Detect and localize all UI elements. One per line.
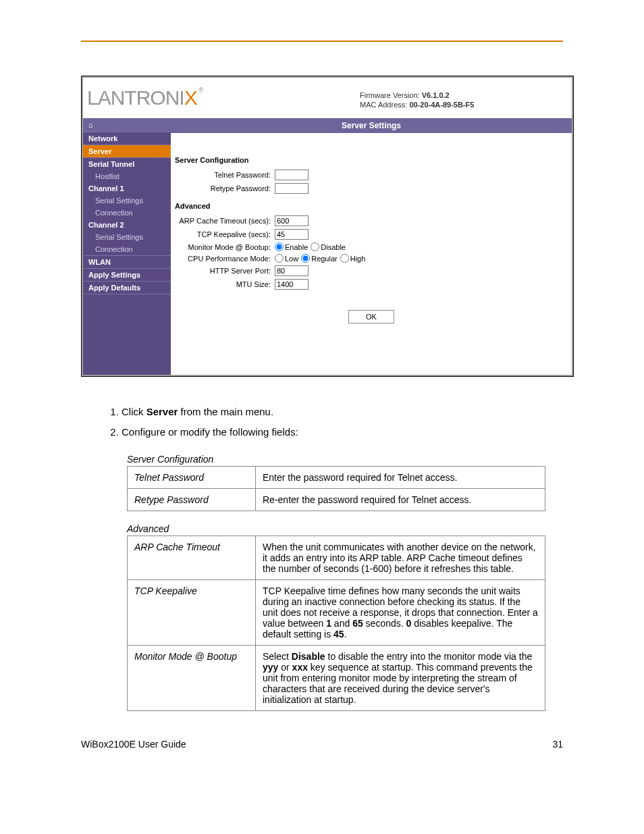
- cpu-high-radio[interactable]: High: [340, 254, 366, 263]
- row-desc: Enter the password required for Telnet a…: [256, 467, 545, 489]
- server-settings-screenshot: LANTRONIX® Firmware Version: V6.1.0.2 MA…: [81, 76, 574, 377]
- row-key: TCP Keepalive: [128, 580, 256, 646]
- advanced-table: ARP Cache Timeout When the unit communic…: [127, 536, 545, 711]
- row-desc: Re-enter the password required for Telne…: [256, 489, 545, 511]
- monitor-label: Monitor Mode @ Bootup:: [175, 243, 275, 251]
- sidebar-item-wlan[interactable]: WLAN: [83, 256, 171, 269]
- sidebar-item-serial-tunnel[interactable]: Serial Tunnel: [83, 158, 171, 170]
- table2-section-label: Advanced: [127, 523, 590, 534]
- row-desc: TCP Keepalive time defines how many seco…: [256, 580, 545, 646]
- instruction-list: Click Server from the main menu. Configu…: [122, 404, 590, 440]
- row-key: Monitor Mode @ Bootup: [128, 646, 256, 711]
- table1-section-label: Server Configuration: [127, 454, 590, 465]
- retype-password-input[interactable]: [275, 183, 308, 194]
- telnet-password-input[interactable]: [275, 170, 308, 180]
- sidebar: ⌂ Network Server Serial Tunnel Hostlist …: [83, 118, 171, 375]
- sidebar-item-hostlist[interactable]: Hostlist: [83, 170, 171, 182]
- sidebar-item-apply-settings[interactable]: Apply Settings: [83, 269, 171, 282]
- sidebar-home-icon[interactable]: ⌂: [83, 118, 171, 132]
- sidebar-item-connection-2[interactable]: Connection: [83, 243, 171, 256]
- cpu-low-radio[interactable]: Low: [275, 254, 298, 263]
- row-key: Telnet Password: [128, 467, 256, 489]
- server-config-table: Telnet Password Enter the password requi…: [127, 466, 545, 511]
- footer-doc-title: WiBox2100E User Guide: [81, 739, 186, 750]
- sidebar-item-server[interactable]: Server: [83, 145, 171, 158]
- advanced-heading: Advanced: [175, 202, 568, 210]
- brand-logo: LANTRONIX®: [83, 86, 238, 109]
- mtu-label: MTU Size:: [175, 280, 275, 288]
- sidebar-item-serial-settings-2[interactable]: Serial Settings: [83, 231, 171, 243]
- cpu-regular-radio[interactable]: Regular: [301, 254, 338, 263]
- page-title: Server Settings: [171, 118, 572, 133]
- sidebar-item-connection-1[interactable]: Connection: [83, 207, 171, 219]
- instruction-step-2: Configure or modify the following fields…: [122, 424, 590, 440]
- footer-page-number: 31: [552, 739, 563, 750]
- sidebar-item-apply-defaults[interactable]: Apply Defaults: [83, 282, 171, 294]
- mac-label: MAC Address:: [360, 101, 407, 109]
- http-port-label: HTTP Server Port:: [175, 267, 275, 275]
- monitor-disable-radio[interactable]: Disable: [311, 242, 346, 251]
- server-config-heading: Server Configuration: [175, 156, 568, 164]
- row-desc: Select Disable to disable the entry into…: [256, 646, 545, 711]
- fw-label: Firmware Version:: [360, 91, 420, 99]
- sidebar-item-channel1[interactable]: Channel 1: [83, 182, 171, 194]
- instruction-step-1: Click Server from the main menu.: [122, 404, 590, 420]
- retype-password-label: Retype Password:: [175, 184, 275, 192]
- telnet-password-label: Telnet Password:: [175, 171, 275, 179]
- sidebar-item-channel2[interactable]: Channel 2: [83, 219, 171, 231]
- ok-button[interactable]: OK: [348, 310, 394, 323]
- tcp-input[interactable]: [275, 229, 308, 240]
- tcp-label: TCP Keepalive (secs):: [175, 230, 275, 238]
- table-row: Retype Password Re-enter the password re…: [128, 489, 545, 511]
- sidebar-item-network[interactable]: Network: [83, 132, 171, 145]
- fw-value: V6.1.0.2: [422, 91, 450, 99]
- table-row: TCP Keepalive TCP Keepalive time defines…: [128, 580, 545, 646]
- table-row: Telnet Password Enter the password requi…: [128, 467, 545, 489]
- page-footer: WiBox2100E User Guide 31: [54, 738, 590, 750]
- mtu-input[interactable]: [275, 279, 308, 290]
- row-key: Retype Password: [128, 489, 256, 511]
- row-desc: When the unit communicates with another …: [256, 536, 545, 580]
- row-key: ARP Cache Timeout: [128, 536, 256, 580]
- app-header: LANTRONIX® Firmware Version: V6.1.0.2 MA…: [83, 78, 572, 118]
- arp-input[interactable]: [275, 215, 308, 226]
- table-row: ARP Cache Timeout When the unit communic…: [128, 536, 545, 580]
- sidebar-item-serial-settings-1[interactable]: Serial Settings: [83, 194, 171, 207]
- http-port-input[interactable]: [275, 265, 308, 276]
- monitor-enable-radio[interactable]: Enable: [275, 242, 308, 251]
- mac-value: 00-20-4A-89-5B-F5: [409, 101, 474, 109]
- arp-label: ARP Cache Timeout (secs):: [175, 217, 275, 225]
- table-row: Monitor Mode @ Bootup Select Disable to …: [128, 646, 545, 711]
- cpu-label: CPU Performance Mode:: [175, 255, 275, 263]
